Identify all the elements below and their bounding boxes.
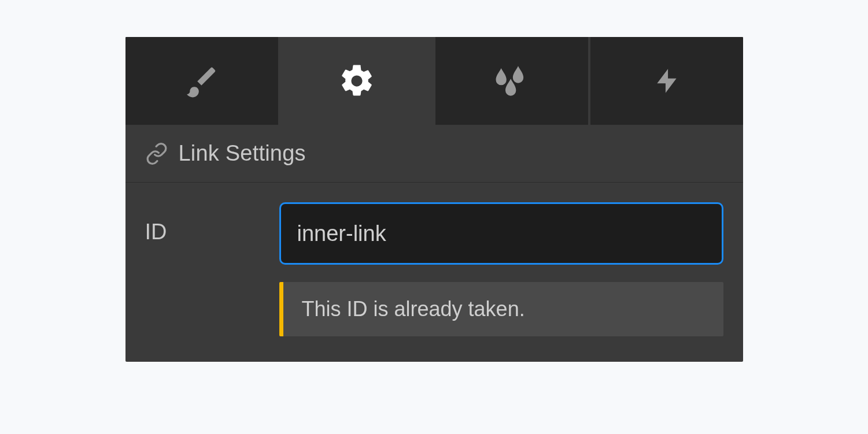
droplets-icon [493,65,531,97]
lightning-icon [652,64,681,98]
section-header: Link Settings [125,125,743,183]
tab-settings[interactable] [280,37,433,125]
id-input[interactable] [279,202,723,265]
id-field-row: ID This ID is already taken. [145,202,723,336]
section-title: Link Settings [179,141,306,166]
tab-bar [125,37,743,125]
settings-panel: Link Settings ID This ID is already take… [125,37,743,362]
tab-effects[interactable] [435,37,588,125]
tab-interactions[interactable] [590,37,743,125]
section-body: ID This ID is already taken. [125,183,743,362]
link-icon [145,142,168,165]
id-field-column: This ID is already taken. [279,202,723,336]
tab-style[interactable] [125,37,278,125]
gear-icon [338,62,376,100]
brush-icon [184,63,220,99]
id-field-label: ID [145,202,279,244]
id-warning-message: This ID is already taken. [279,282,723,336]
